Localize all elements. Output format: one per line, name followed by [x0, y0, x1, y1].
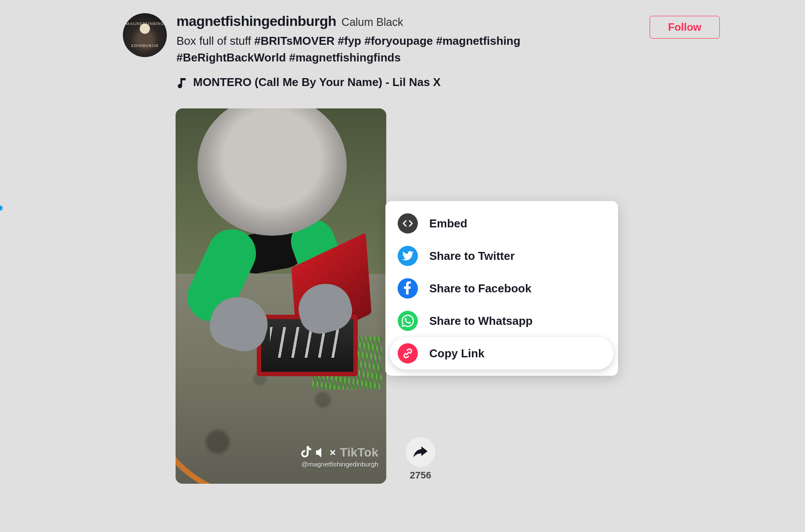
share-count: 2756	[410, 470, 431, 481]
username[interactable]: magnetfishingedinburgh	[176, 13, 336, 29]
whatsapp-icon	[398, 311, 418, 331]
display-name: Calum Black	[341, 16, 403, 29]
follow-button[interactable]: Follow	[650, 16, 720, 39]
share-option-whatsapp[interactable]: Share to Whatsapp	[385, 305, 618, 337]
share-option-embed[interactable]: Embed	[385, 207, 618, 240]
hashtag[interactable]: #foryoupage	[364, 34, 433, 47]
caption-text: Box full of stuff	[176, 34, 254, 47]
avatar-text-bottom: EDINBURGH	[126, 44, 164, 48]
video-watermark: TikTok @magnetfishingedinburgh	[300, 446, 378, 468]
embed-icon	[398, 213, 418, 234]
hashtag[interactable]: #magnetfishingfinds	[289, 51, 401, 64]
share-option-label: Share to Facebook	[429, 282, 532, 295]
page-indicator-dot	[0, 205, 3, 211]
avatar-text-top: MAGNETFISHING	[126, 22, 164, 26]
hashtag[interactable]: #magnetfishing	[436, 34, 520, 47]
mute-icon[interactable]	[315, 447, 336, 458]
watermark-brand: TikTok	[340, 446, 378, 460]
share-option-label: Embed	[429, 217, 467, 230]
hashtag[interactable]: #fyp	[338, 34, 361, 47]
share-option-twitter[interactable]: Share to Twitter	[385, 240, 618, 272]
twitter-icon	[398, 246, 418, 266]
share-menu: Embed Share to Twitter Share to Facebook	[385, 201, 618, 376]
hashtag[interactable]: #BeRightBackWorld	[176, 51, 286, 64]
share-option-facebook[interactable]: Share to Facebook	[385, 272, 618, 305]
share-arrow-icon	[413, 445, 428, 459]
video-player[interactable]: TikTok @magnetfishingedinburgh	[176, 108, 386, 484]
share-option-label: Copy Link	[429, 347, 485, 360]
music-note-icon	[176, 76, 187, 89]
link-icon	[398, 343, 418, 363]
music-title[interactable]: MONTERO (Call Me By Your Name) - Lil Nas…	[193, 75, 441, 89]
avatar[interactable]: MAGNETFISHING EDINBURGH	[123, 13, 167, 57]
facebook-icon	[398, 278, 418, 298]
watermark-handle: @magnetfishingedinburgh	[300, 460, 378, 468]
video-caption: Box full of stuff #BRITsMOVER #fyp #fory…	[176, 33, 589, 66]
share-button[interactable]	[406, 437, 435, 467]
share-option-copy-link[interactable]: Copy Link	[390, 337, 614, 370]
share-option-label: Share to Whatsapp	[429, 314, 532, 328]
share-option-label: Share to Twitter	[429, 249, 515, 263]
hashtag[interactable]: #BRITsMOVER	[254, 34, 334, 47]
tiktok-logo-icon	[300, 446, 312, 459]
